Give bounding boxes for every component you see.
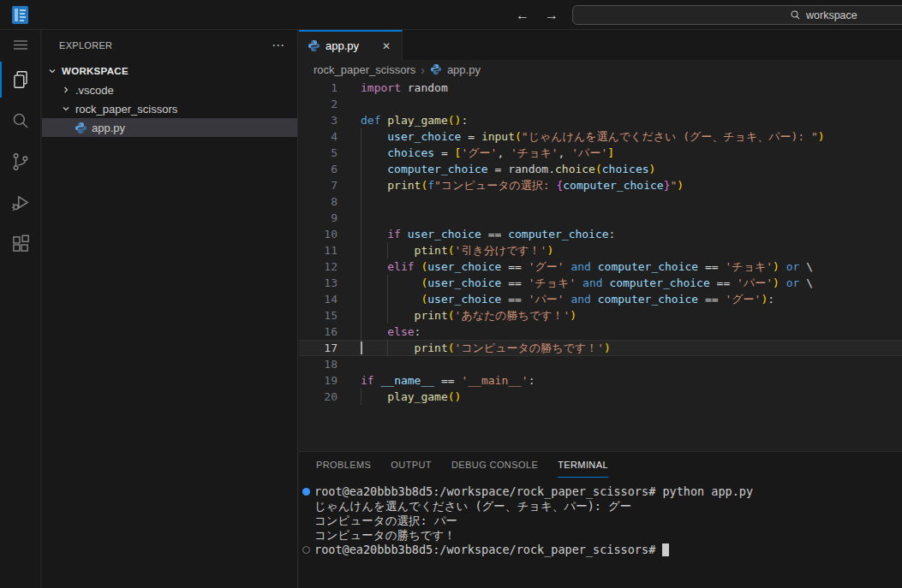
python-file-icon bbox=[75, 122, 87, 134]
breadcrumb: rock_paper_scissors›app.py bbox=[299, 60, 902, 80]
terminal-line: コンピュータの選択: パー bbox=[299, 514, 902, 528]
indent-guide bbox=[361, 258, 387, 275]
tree-item-label: app.py bbox=[92, 122, 125, 134]
code-line-4[interactable]: 4user_choice = input("じゃんけんを選んでください (グー、… bbox=[299, 128, 902, 145]
activity-source-control-button[interactable] bbox=[0, 141, 40, 182]
code-lines[interactable]: 1import random23def play_game():4user_ch… bbox=[299, 80, 902, 405]
code-line-16[interactable]: 16else: bbox=[299, 324, 902, 340]
indent-guide bbox=[361, 275, 387, 291]
line-number: 12 bbox=[299, 258, 352, 275]
indent-guide bbox=[387, 291, 414, 307]
line-number: 11 bbox=[299, 242, 352, 258]
code-line-9[interactable]: 9 bbox=[299, 210, 902, 226]
terminal-line: root@ea20bbb3b8d5:/workspace/rock_paper_… bbox=[299, 543, 902, 557]
indent-guide bbox=[361, 145, 387, 161]
nav-back-icon[interactable]: ← bbox=[516, 8, 529, 23]
code-text bbox=[352, 96, 902, 112]
breadcrumb-item[interactable]: app.py bbox=[430, 63, 481, 76]
tree-item--vscode[interactable]: .vscode bbox=[42, 80, 297, 99]
code-line-11[interactable]: 11ptint('引き分けです！') bbox=[299, 242, 902, 258]
terminal[interactable]: root@ea20bbb3b8d5:/workspace/rock_paper_… bbox=[299, 484, 902, 557]
terminal-line: コンピュータの勝ちです！ bbox=[299, 528, 902, 543]
file-tree: WORKSPACE.vscoderock_paper_scissorsapp.p… bbox=[42, 62, 297, 137]
tree-item-app-py[interactable]: app.py bbox=[42, 118, 297, 137]
python-file-icon bbox=[430, 63, 443, 76]
breadcrumb-label: rock_paper_scissors bbox=[314, 63, 415, 76]
code-text bbox=[352, 193, 902, 210]
close-icon[interactable]: ✕ bbox=[379, 39, 393, 53]
activity-explorer-button[interactable] bbox=[0, 59, 40, 100]
code-line-7[interactable]: 7print(f"コンピュータの選択: {computer_choice}") bbox=[299, 177, 902, 193]
search-icon bbox=[9, 110, 32, 132]
terminal-line: じゃんけんを選んでください (グー、チョキ、パー): グー bbox=[299, 499, 902, 514]
nav-forward-icon[interactable]: → bbox=[545, 8, 559, 23]
indent-guide bbox=[361, 242, 387, 258]
panel-tab-problems[interactable]: PROBLEMS bbox=[316, 452, 371, 478]
vscode-window: ← → workspace E bbox=[0, 0, 902, 588]
chevron-down-icon bbox=[47, 67, 57, 75]
code-line-12[interactable]: 12elif (user_choice == 'グー' and computer… bbox=[299, 258, 902, 275]
code-line-17[interactable]: 17print('コンピュータの勝ちです！') bbox=[299, 340, 902, 356]
code-text: computer_choice = random.choice(choices) bbox=[352, 161, 902, 177]
code-line-3[interactable]: 3def play_game(): bbox=[299, 112, 902, 128]
code-text: print(f"コンピュータの選択: {computer_choice}") bbox=[352, 177, 902, 193]
tab-label: app.py bbox=[326, 39, 359, 52]
more-actions-icon[interactable]: ⋯ bbox=[272, 41, 285, 50]
line-number: 7 bbox=[299, 177, 352, 193]
command-decoration-pending bbox=[299, 546, 314, 554]
code-line-10[interactable]: 10if user_choice == computer_choice: bbox=[299, 226, 902, 242]
indent-guide bbox=[361, 161, 387, 177]
panel-tab-output[interactable]: OUTPUT bbox=[391, 452, 432, 478]
menu-button[interactable] bbox=[0, 30, 40, 59]
panel-tab-debug-console[interactable]: DEBUG CONSOLE bbox=[451, 452, 538, 478]
code-text: else: bbox=[352, 324, 902, 340]
code-text: elif (user_choice == 'グー' and computer_c… bbox=[352, 258, 902, 275]
code-line-8[interactable]: 8 bbox=[299, 193, 902, 210]
line-number: 10 bbox=[299, 226, 352, 242]
code-line-2[interactable]: 2 bbox=[299, 96, 902, 112]
code-line-6[interactable]: 6computer_choice = random.choice(choices… bbox=[299, 161, 902, 177]
line-number: 8 bbox=[299, 193, 352, 210]
line-number: 6 bbox=[299, 161, 352, 177]
editor-tab-app.py[interactable]: app.py✕ bbox=[299, 30, 403, 60]
command-center-text: workspace bbox=[806, 9, 857, 21]
tree-item-rock-paper-scissors[interactable]: rock_paper_scissors bbox=[42, 99, 297, 118]
indent-guide bbox=[361, 291, 387, 307]
search-icon bbox=[790, 9, 801, 21]
code-line-13[interactable]: 13 (user_choice == 'チョキ' and computer_ch… bbox=[299, 275, 902, 291]
line-number: 18 bbox=[299, 356, 352, 372]
bottom-panel: PROBLEMSOUTPUTDEBUG CONSOLETERMINAL root… bbox=[299, 451, 902, 588]
code-line-18[interactable]: 18 bbox=[299, 356, 902, 372]
code-line-1[interactable]: 1import random bbox=[299, 80, 902, 96]
code-text: (user_choice == 'パー' and computer_choice… bbox=[352, 291, 902, 307]
line-number: 5 bbox=[299, 145, 352, 161]
code-text bbox=[352, 356, 902, 372]
code-text: ptint('引き分けです！') bbox=[352, 242, 902, 258]
code-line-20[interactable]: 20play_game() bbox=[299, 389, 902, 405]
files-icon bbox=[9, 68, 32, 91]
text-cursor bbox=[361, 342, 362, 354]
line-number: 17 bbox=[299, 340, 352, 356]
breadcrumb-item[interactable]: rock_paper_scissors bbox=[314, 63, 415, 76]
indent-guide bbox=[387, 307, 414, 324]
activity-run-debug-button[interactable] bbox=[0, 182, 40, 223]
terminal-text: コンピュータの勝ちです！ bbox=[314, 528, 456, 543]
command-decoration-run bbox=[299, 488, 314, 496]
activity-extensions-button[interactable] bbox=[0, 223, 40, 264]
code-line-5[interactable]: 5choices = ['グー', 'チョキ', 'パー'] bbox=[299, 145, 902, 161]
code-text: (user_choice == 'チョキ' and computer_choic… bbox=[352, 275, 902, 291]
indent-guide bbox=[361, 340, 387, 356]
code-line-15[interactable]: 15print('あなたの勝ちです！') bbox=[299, 307, 902, 324]
command-center-searchbox[interactable]: workspace bbox=[572, 5, 902, 25]
tree-item-workspace[interactable]: WORKSPACE bbox=[42, 62, 297, 80]
panel-tab-terminal[interactable]: TERMINAL bbox=[558, 452, 608, 478]
code-line-19[interactable]: 19if __name__ == '__main__': bbox=[299, 372, 902, 389]
line-number: 15 bbox=[299, 307, 352, 324]
indent-guide bbox=[361, 210, 387, 226]
activity-search-button[interactable] bbox=[0, 100, 40, 141]
code-line-14[interactable]: 14 (user_choice == 'パー' and computer_cho… bbox=[299, 291, 902, 307]
code-text: play_game() bbox=[352, 389, 902, 405]
panel-tabs: PROBLEMSOUTPUTDEBUG CONSOLETERMINAL bbox=[299, 452, 902, 478]
terminal-cursor bbox=[662, 543, 669, 556]
indent-guide bbox=[361, 324, 387, 340]
